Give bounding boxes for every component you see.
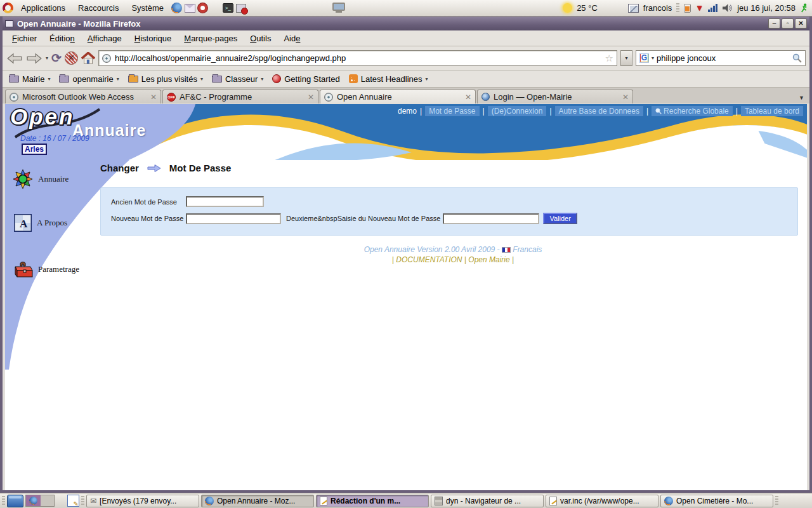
updates-available-icon[interactable]: ▼ [695, 4, 704, 12]
close-button[interactable]: ✕ [795, 18, 807, 29]
documentation-link[interactable]: DOCUMENTATION [396, 255, 462, 264]
back-button[interactable] [6, 51, 23, 65]
bookmark-les-plus-visites[interactable]: Les plus visités ▾ [128, 74, 203, 84]
screenshot-tool-icon[interactable] [67, 495, 79, 507]
tab-list-dropdown-icon[interactable]: ▼ [796, 95, 807, 104]
old-password-field[interactable] [186, 196, 264, 207]
menu-aide[interactable]: Aide [278, 32, 306, 44]
url-bar[interactable]: http://localhost/openmairie_annuaire2/sp… [98, 50, 617, 66]
taskbar-button-var-inc[interactable]: var.inc (/var/www/ope... [546, 495, 658, 507]
bookmark-star-icon[interactable]: ☆ [605, 53, 613, 64]
url-text[interactable]: http://localhost/openmairie_annuaire2/sp… [115, 53, 346, 63]
help-launcher-icon[interactable] [198, 3, 207, 13]
taskbar-button-open-cimetiere[interactable]: Open Cimetière - Mo... [660, 495, 773, 507]
history-dropdown-icon[interactable]: ▾ [46, 55, 48, 61]
sidebar-label: Parametrage [38, 264, 79, 274]
home-button[interactable] [81, 52, 95, 64]
taskbar-grip[interactable] [81, 496, 84, 506]
firefox-window: Open Annuaire - Mozilla Firefox ‒ ▫ ✕ Fi… [0, 17, 812, 493]
battery-icon[interactable] [684, 4, 691, 13]
reload-button[interactable]: ⟳ [51, 52, 62, 65]
search-engine-dropdown-icon[interactable]: ▾ [652, 55, 654, 61]
volume-icon[interactable] [722, 4, 733, 12]
file-manager-icon [435, 497, 443, 505]
panel-menu-raccourcis[interactable]: Raccourcis [73, 2, 124, 14]
firefox-launcher-icon[interactable] [171, 3, 182, 13]
forward-button[interactable] [26, 51, 43, 65]
display-applet-icon[interactable] [332, 3, 345, 13]
browser-menubar: Fichier Édition Affichage Historique Mar… [3, 30, 809, 46]
close-tab-icon[interactable]: ✕ [308, 93, 314, 102]
bookmark-latest-headlines[interactable]: Latest Headlines ▾ [349, 74, 428, 84]
tab-afc-programme[interactable]: OFF AF&C - Programme ✕ [162, 90, 318, 104]
search-box[interactable]: G ▾ philippe joncoux [636, 50, 806, 66]
taskbar-button-envoyes[interactable]: ✉ [Envoyés (179 envoy... [86, 495, 199, 507]
weather-sun-icon[interactable] [563, 3, 572, 13]
menu-marque-pages[interactable]: Marque-pages [178, 32, 243, 44]
tab-login-open-mairie[interactable]: Login — Open-Mairie ✕ [477, 90, 633, 104]
city-arles-button[interactable]: Arles [22, 144, 47, 155]
menu-affichage[interactable]: Affichage [82, 32, 128, 44]
taskbar-grip[interactable] [775, 496, 778, 506]
mail-launcher-icon[interactable] [185, 4, 195, 13]
maximize-button[interactable]: ▫ [782, 18, 794, 29]
window-selector-icon[interactable] [236, 4, 246, 13]
link-recherche-globale[interactable]: Recherche Globale [652, 106, 733, 116]
new-password-field[interactable] [186, 213, 281, 224]
ubuntu-logo-icon[interactable] [3, 3, 13, 13]
taskbar-button-dyn-navigateur[interactable]: dyn - Navigateur de ... [431, 495, 544, 507]
menu-fichier[interactable]: Fichier [6, 32, 43, 44]
network-signal-icon[interactable] [708, 4, 717, 12]
sidebar-item-a-propos[interactable]: A A Propos [14, 214, 67, 232]
screenshot-applet-icon[interactable] [628, 4, 639, 13]
page-content: Open Annuaire Date : 16 / 07 / 2009 Arle… [5, 104, 807, 490]
folder-icon [212, 76, 222, 83]
window-titlebar[interactable]: Open Annuaire - Mozilla Firefox ‒ ▫ ✕ [3, 17, 809, 30]
valider-button[interactable]: Valider [543, 213, 577, 224]
sidebar-item-annuaire[interactable]: Annuaire [13, 169, 69, 189]
menu-outils[interactable]: Outils [244, 32, 277, 44]
close-tab-icon[interactable]: ✕ [622, 93, 629, 102]
task-label: Rédaction d'un m... [331, 497, 400, 505]
text-editor-icon [549, 497, 557, 505]
bookmark-openmairie[interactable]: openmairie ▾ [59, 74, 119, 84]
link-autre-base[interactable]: Autre Base de Donnees [555, 106, 643, 116]
panel-menu-systeme[interactable]: Système [126, 2, 169, 14]
bookmark-label: Mairie [22, 74, 44, 84]
taskbar-button-open-annuaire[interactable]: Open Annuaire - Moz... [201, 495, 314, 507]
taskbar-button-redaction[interactable]: Rédaction d'un m... [316, 495, 429, 507]
sidebar-item-parametrage[interactable]: Parametrage [13, 260, 79, 278]
show-desktop-icon[interactable] [7, 495, 23, 507]
bookmark-classeur[interactable]: Classeur ▾ [212, 74, 263, 84]
menu-edition[interactable]: Édition [44, 32, 81, 44]
tab-title: Microsoft Outlook Web Access [22, 92, 147, 102]
panel-menu-applications[interactable]: Applications [16, 2, 70, 14]
session-runner-icon[interactable] [800, 3, 808, 13]
url-dropdown-button[interactable]: ▾ [620, 50, 632, 66]
user-switcher[interactable]: francois [643, 3, 672, 13]
confirm-password-field[interactable] [443, 213, 539, 224]
link-mot-de-passe[interactable]: Mot de Passe [425, 106, 479, 116]
taskbar-grip[interactable] [2, 496, 5, 506]
close-tab-icon[interactable]: ✕ [150, 93, 157, 102]
link-tableau-de-bord[interactable]: Tableau de bord [741, 106, 803, 116]
open-mairie-link[interactable]: Open Mairie [468, 255, 509, 264]
applet-grip[interactable] [676, 3, 679, 13]
search-go-icon[interactable] [792, 53, 802, 63]
bookmark-mairie[interactable]: Mairie ▾ [9, 74, 50, 84]
search-input[interactable]: philippe joncoux [657, 53, 716, 63]
minimize-button[interactable]: ‒ [768, 18, 780, 29]
menu-historique[interactable]: Historique [129, 32, 178, 44]
bookmark-getting-started[interactable]: Getting Started [272, 74, 339, 84]
logged-user: demo [398, 107, 417, 116]
workspace-pager[interactable] [25, 495, 55, 507]
link-deconnexion[interactable]: (De)Connexion [488, 106, 547, 116]
close-tab-icon[interactable]: ✕ [465, 93, 471, 102]
task-label: Open Cimetière - Mo... [676, 497, 753, 505]
panel-clock[interactable]: jeu 16 jui, 20:58 [737, 3, 796, 13]
language-link[interactable]: Francais [513, 245, 542, 254]
tab-open-annuaire[interactable]: Open Annuaire ✕ [320, 90, 476, 104]
terminal-launcher-icon[interactable]: >_ [223, 3, 233, 13]
tab-outlook[interactable]: Microsoft Outlook Web Access ✕ [5, 90, 161, 104]
stop-button[interactable]: ✕ [65, 51, 78, 65]
